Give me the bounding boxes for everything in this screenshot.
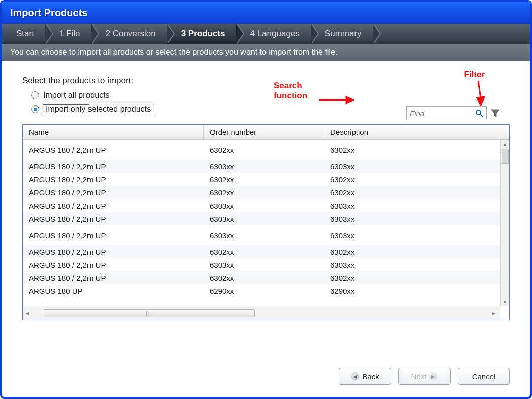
table-row[interactable]: ARGUS 180 / 2,2m UP6303xx6303xx: [23, 212, 509, 225]
next-arrow-icon: ▶: [429, 372, 437, 380]
wizard-step[interactable]: 4 Languages: [236, 24, 311, 44]
table-row[interactable]: ARGUS 180 / 2,2m UP6302xx6302xx: [23, 140, 509, 160]
table-cell: 6302xx: [204, 188, 324, 197]
table-header: Name Order number Description: [23, 125, 509, 140]
table-row[interactable]: ARGUS 180 / 2,2m UP6303xx6303xx: [23, 225, 509, 245]
table-body: ARGUS 180 / 2,2m UP6302xx6302xxARGUS 180…: [23, 140, 509, 306]
scroll-thumb[interactable]: [502, 149, 509, 164]
window-title: Import Products: [2, 2, 530, 24]
table-row[interactable]: ARGUS 180 / 2,2m UP6303xx6303xx: [23, 160, 509, 173]
table-cell: 6290xx: [204, 287, 324, 295]
search-input[interactable]: [410, 109, 473, 118]
table-row[interactable]: ARGUS 180 / 2,2m UP6302xx6302xx: [23, 173, 509, 186]
table-cell: 6290xx: [324, 287, 509, 295]
table-cell: ARGUS 180 / 2,2m UP: [23, 162, 204, 171]
dialog-footer: ◀ Back Next ▶ Cancel: [2, 356, 530, 397]
wizard-step[interactable]: 2 Conversion: [91, 24, 166, 44]
scroll-up-icon[interactable]: ▲: [501, 140, 509, 148]
dialog-window: Import Products Start1 File2 Conversion3…: [0, 0, 532, 399]
button-label: Cancel: [472, 372, 496, 381]
vertical-scrollbar[interactable]: ▲ ▼: [500, 140, 509, 306]
table-cell: ARGUS 180 / 2,2m UP: [23, 188, 204, 197]
table-cell: 6303xx: [204, 261, 324, 269]
table-cell: ARGUS 180 / 2,2m UP: [23, 248, 204, 256]
table-cell: 6302xx: [324, 188, 509, 197]
horizontal-scrollbar[interactable]: ◄ ►: [23, 306, 500, 320]
wizard-step[interactable]: 3 Products: [167, 24, 236, 44]
table-row[interactable]: ARGUS 180 UP6290xx6290xx: [23, 284, 509, 297]
cancel-button[interactable]: Cancel: [458, 368, 510, 385]
back-button[interactable]: ◀ Back: [339, 368, 391, 385]
table-cell: 6302xx: [204, 146, 324, 154]
table-cell: 6302xx: [324, 248, 509, 256]
wizard-step[interactable]: Start: [2, 24, 45, 44]
svg-marker-6: [491, 110, 499, 117]
table-cell: 6302xx: [204, 274, 324, 282]
svg-line-5: [480, 114, 483, 117]
radio-icon: [31, 105, 39, 113]
table-cell: 6303xx: [204, 231, 324, 240]
radio-import-all[interactable]: Import all products: [31, 91, 510, 100]
radio-label: Import only selected products: [43, 104, 153, 114]
table-cell: 6303xx: [204, 215, 324, 223]
table-cell: 6303xx: [324, 202, 509, 210]
section-label: Select the products to import:: [22, 76, 510, 86]
scroll-down-icon[interactable]: ▼: [501, 297, 509, 306]
button-label: Next: [411, 372, 427, 381]
table-cell: 6302xx: [204, 248, 324, 256]
table-row[interactable]: ARGUS 180 / 2,2m UP6303xx6303xx: [23, 199, 509, 212]
table-cell: 6302xx: [204, 175, 324, 184]
search-filter-area: [406, 106, 500, 120]
scroll-left-icon[interactable]: ◄: [23, 310, 32, 316]
wizard-steps: Start1 File2 Conversion3 Products4 Langu…: [2, 24, 530, 44]
table-row[interactable]: ARGUS 180 / 2,2m UP6302xx6302xx: [23, 186, 509, 199]
content-area: Select the products to import: Import al…: [2, 61, 530, 356]
table-row[interactable]: ARGUS 180 / 2,2m UP6302xx6302xx: [23, 271, 509, 284]
scroll-thumb[interactable]: [44, 309, 255, 317]
table-row[interactable]: ARGUS 180 / 2,2m UP6303xx6303xx: [23, 258, 509, 271]
table-cell: 6303xx: [204, 202, 324, 210]
table-cell: 6303xx: [324, 261, 509, 269]
info-bar: You can choose to import all products or…: [2, 44, 530, 61]
table-cell: ARGUS 180 / 2,2m UP: [23, 215, 204, 223]
search-icon[interactable]: [475, 109, 483, 117]
column-header-name[interactable]: Name: [23, 125, 204, 139]
table-cell: 6302xx: [324, 274, 509, 282]
table-cell: 6303xx: [324, 215, 509, 223]
table-cell: 6303xx: [324, 162, 509, 171]
table-cell: ARGUS 180 / 2,2m UP: [23, 146, 204, 154]
table-cell: ARGUS 180 / 2,2m UP: [23, 261, 204, 269]
radio-label: Import all products: [43, 91, 110, 100]
table-cell: ARGUS 180 / 2,2m UP: [23, 274, 204, 282]
column-header-order[interactable]: Order number: [204, 125, 324, 139]
scroll-right-icon[interactable]: ►: [489, 310, 498, 316]
table-cell: 6303xx: [324, 231, 509, 240]
table-cell: 6302xx: [324, 175, 509, 184]
table-row[interactable]: ARGUS 180 / 2,2m UP6302xx6302xx: [23, 245, 509, 258]
products-table: Name Order number Description ARGUS 180 …: [22, 124, 510, 320]
next-button[interactable]: Next ▶: [398, 368, 451, 385]
table-cell: 6302xx: [324, 146, 509, 154]
table-cell: ARGUS 180 UP: [23, 287, 204, 295]
back-arrow-icon: ◀: [351, 372, 359, 380]
search-box[interactable]: [406, 106, 487, 120]
table-cell: ARGUS 180 / 2,2m UP: [23, 175, 204, 184]
table-cell: 6303xx: [204, 162, 324, 171]
button-label: Back: [362, 372, 379, 381]
column-header-description[interactable]: Description: [324, 125, 509, 139]
radio-icon: [31, 91, 39, 99]
wizard-step[interactable]: Summary: [311, 24, 373, 44]
filter-icon[interactable]: [491, 109, 500, 118]
table-cell: ARGUS 180 / 2,2m UP: [23, 202, 204, 210]
table-cell: ARGUS 180 / 2,2m UP: [23, 231, 204, 240]
